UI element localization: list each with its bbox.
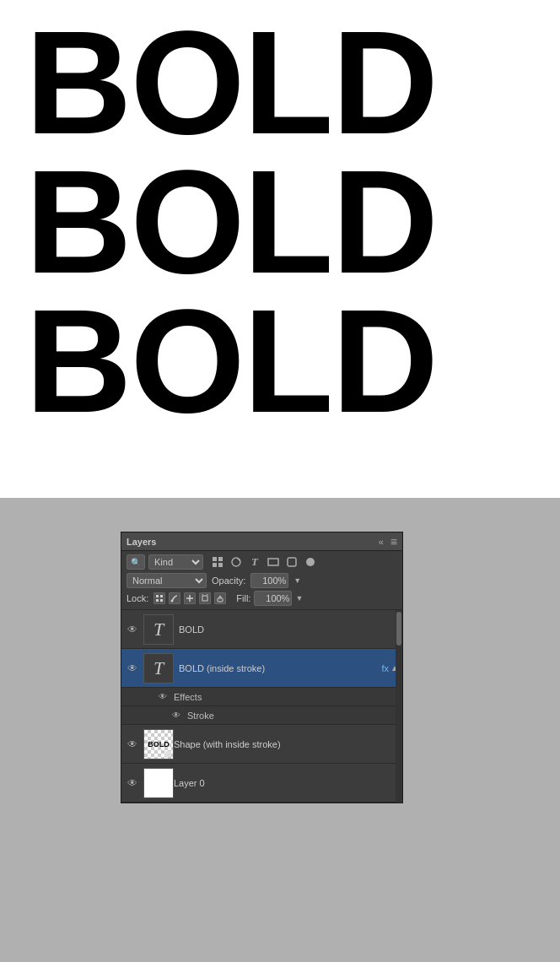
svg-rect-7: [156, 595, 159, 597]
svg-rect-0: [213, 557, 217, 561]
shape-thumb-text: BOLD: [148, 740, 170, 749]
layer-eye-bold-inside-stroke[interactable]: 👁: [125, 661, 140, 676]
lock-artboard-icon[interactable]: [199, 592, 211, 604]
sub-name-effects: Effects: [174, 692, 202, 702]
svg-point-11: [171, 600, 174, 603]
collapse-icon[interactable]: «: [379, 537, 384, 547]
eye-icon-bold-inside-stroke: 👁: [127, 662, 137, 674]
filter-pixel-icon[interactable]: [210, 554, 225, 570]
filter-icons: T: [210, 554, 318, 570]
svg-rect-8: [160, 595, 163, 597]
sub-eye-stroke[interactable]: 👁: [169, 708, 184, 723]
layer-eye-shape-inside-stroke[interactable]: 👁: [125, 737, 140, 752]
svg-rect-10: [160, 599, 163, 602]
layer-list: 👁 T BOLD 👁 T BOLD (inside stroke) fx ▲: [121, 610, 402, 803]
scrollbar-thumb: [396, 612, 401, 646]
layer-item-bold[interactable]: 👁 T BOLD: [121, 610, 402, 649]
svg-rect-9: [156, 599, 159, 602]
layer-eye-layer0[interactable]: 👁: [125, 776, 140, 791]
layer-name-layer0: Layer 0: [174, 778, 399, 788]
filter-row: 🔍 Kind Name Effect Mode Attribute Color: [127, 554, 397, 570]
lock-label: Lock:: [127, 593, 148, 603]
fill-label: Fill:: [236, 593, 250, 603]
svg-rect-2: [213, 563, 217, 567]
layers-panel: Layers « ≡ 🔍 Kind Name Effect Mode Attri…: [121, 532, 403, 803]
bold-text-3: BOLD: [25, 287, 437, 435]
layer-name-bold-inside-stroke: BOLD (inside stroke): [179, 663, 379, 673]
eye-icon-bold: 👁: [127, 624, 137, 635]
eye-icon-shape-inside-stroke: 👁: [127, 738, 137, 750]
bold-text-1: BOLD: [25, 8, 437, 156]
blend-mode-select[interactable]: Normal Dissolve Darken Multiply Screen O…: [127, 573, 207, 588]
layer-thumb-layer0: [143, 768, 174, 798]
filter-dot-icon[interactable]: [303, 554, 318, 570]
filter-shape-icon[interactable]: [266, 554, 281, 570]
layer-item-shape-inside-stroke[interactable]: 👁 BOLD ⬜ Shape (with inside stroke): [121, 725, 402, 764]
svg-rect-1: [218, 557, 223, 561]
bottom-area: Layers « ≡ 🔍 Kind Name Effect Mode Attri…: [0, 498, 560, 962]
sub-eye-effects[interactable]: 👁: [155, 689, 170, 705]
fill-dropdown-icon[interactable]: ▼: [295, 594, 303, 603]
layer-fx-badge: fx: [382, 663, 390, 673]
fill-input[interactable]: [254, 591, 292, 606]
lock-pixel-icon[interactable]: [153, 592, 165, 604]
layer-sub-effects[interactable]: 👁 Effects: [121, 688, 402, 706]
sub-name-stroke: Stroke: [187, 711, 214, 721]
layer-item-bold-inside-stroke[interactable]: 👁 T BOLD (inside stroke) fx ▲: [121, 649, 402, 688]
search-icon: 🔍: [131, 558, 141, 567]
layer-name-bold: BOLD: [179, 624, 399, 635]
layer-thumb-bold: T: [143, 614, 174, 645]
filter-smartobject-icon[interactable]: [284, 554, 299, 570]
layer-item-layer0[interactable]: 👁 Layer 0: [121, 764, 402, 803]
eye-icon-stroke: 👁: [172, 711, 180, 720]
svg-rect-5: [268, 559, 278, 565]
layer-eye-bold[interactable]: 👁: [125, 622, 140, 637]
svg-rect-17: [218, 598, 223, 602]
filter-adjustment-icon[interactable]: [229, 554, 244, 570]
opacity-row: Normal Dissolve Darken Multiply Screen O…: [127, 573, 397, 588]
lock-all-icon[interactable]: [214, 592, 226, 604]
opacity-label: Opacity:: [212, 576, 245, 586]
layer-thumb-t-inside-stroke-icon: T: [153, 657, 164, 679]
titlebar-icons: « ≡: [379, 535, 397, 549]
layers-controls: 🔍 Kind Name Effect Mode Attribute Color: [121, 551, 402, 610]
bold-text-2: BOLD: [25, 148, 437, 295]
lock-brush-icon[interactable]: [169, 592, 180, 604]
canvas-area: BOLD BOLD BOLD: [0, 0, 560, 498]
layer-thumb-shape-inside-stroke: BOLD ⬜: [143, 729, 174, 759]
lock-row: Lock: Fill: ▼: [127, 591, 397, 606]
layer-thumb-bold-inside-stroke: T: [143, 653, 174, 684]
svg-rect-6: [288, 558, 296, 566]
svg-rect-3: [218, 563, 223, 567]
menu-icon[interactable]: ≡: [390, 535, 397, 549]
layer-sub-stroke[interactable]: 👁 Stroke: [121, 706, 402, 725]
layer-name-shape-inside-stroke: Shape (with inside stroke): [174, 739, 399, 749]
opacity-input[interactable]: [250, 573, 288, 588]
search-box: 🔍: [127, 554, 145, 570]
lock-move-icon[interactable]: [184, 592, 196, 604]
filter-text-icon[interactable]: T: [247, 554, 262, 570]
eye-icon-layer0: 👁: [127, 777, 137, 789]
layers-panel-title: Layers: [127, 537, 156, 547]
layers-titlebar: Layers « ≡: [121, 532, 402, 551]
kind-select[interactable]: Kind Name Effect Mode Attribute Color: [148, 554, 203, 570]
svg-rect-14: [202, 596, 207, 601]
scrollbar[interactable]: [396, 610, 402, 803]
layer-thumb-t-icon: T: [153, 619, 164, 640]
opacity-dropdown-icon[interactable]: ▼: [293, 576, 301, 585]
eye-icon-effects: 👁: [159, 692, 167, 701]
